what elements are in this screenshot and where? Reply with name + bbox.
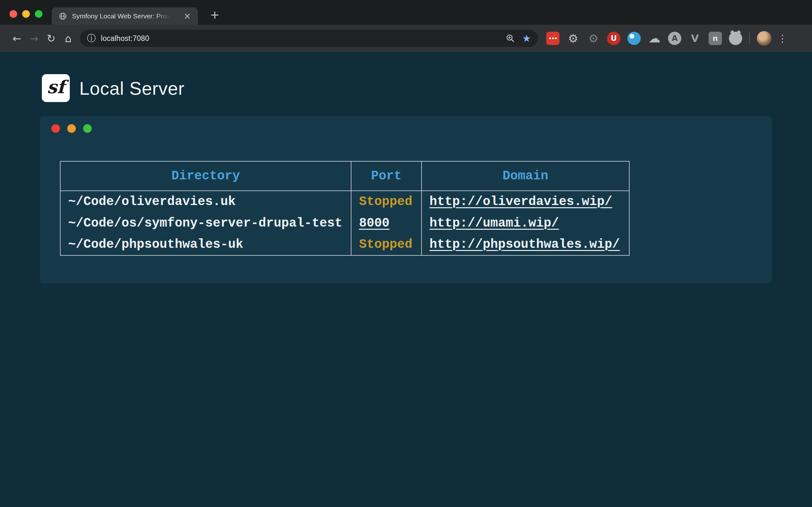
letter-v-extension-icon[interactable]: V <box>688 32 702 45</box>
back-button[interactable]: ← <box>8 30 26 47</box>
domain-link[interactable]: http://phpsouthwales.wip/ <box>429 237 620 251</box>
dark-gear-extension-icon[interactable]: ⚙ <box>587 32 600 45</box>
server-panel: Directory Port Domain ~/Code/oliverdavie… <box>40 116 772 283</box>
panel-green-dot <box>83 124 92 133</box>
port-column-header: Port <box>351 161 421 191</box>
window-controls <box>9 10 43 18</box>
ublock-extension-icon[interactable]: U <box>607 32 620 45</box>
toolbar-separator <box>749 33 750 44</box>
gear-extension-icon[interactable]: ⚙ <box>566 32 580 45</box>
url-text[interactable]: localhost:7080 <box>101 34 149 43</box>
new-tab-button[interactable]: + <box>210 8 219 21</box>
table-header-row: Directory Port Domain <box>60 161 629 191</box>
letter-a-extension-icon[interactable]: A <box>668 32 681 45</box>
extensions-bar: ••• ⚙ ⚙ U ☁ A V n <box>546 32 742 45</box>
panel-window-dots <box>51 124 92 133</box>
forward-button[interactable]: → <box>26 30 43 47</box>
address-bar[interactable]: ⓘ localhost:7080 ★ <box>80 30 538 47</box>
browser-toolbar: ← → ↻ ⌂ ⓘ localhost:7080 ★ ••• ⚙ ⚙ U ☁ A… <box>0 25 812 52</box>
port-status: Stopped <box>359 194 412 209</box>
panel-red-dot <box>51 124 60 133</box>
directory-column-header: Directory <box>60 161 351 191</box>
domain-column-header: Domain <box>421 161 629 191</box>
symfony-logo-text: sf <box>47 76 65 100</box>
zoom-magnifier-icon[interactable] <box>506 34 515 43</box>
page-content: sf Local Server Directory Port Domain <box>0 52 812 507</box>
brand-header: sf Local Server <box>42 74 185 102</box>
port-status: Stopped <box>359 237 412 251</box>
window-minimize-button[interactable] <box>22 10 30 18</box>
servers-table: Directory Port Domain ~/Code/oliverdavie… <box>60 161 629 256</box>
home-button[interactable]: ⌂ <box>60 30 77 47</box>
github-extension-icon[interactable] <box>729 32 742 45</box>
table-row: ~/Code/oliverdavies.uk Stopped http://ol… <box>60 191 629 212</box>
window-close-button[interactable] <box>9 10 17 18</box>
symfony-logo: sf <box>42 74 70 102</box>
cloud-extension-icon[interactable]: ☁ <box>648 32 661 45</box>
directory-cell: ~/Code/os/symfony-server-drupal-test <box>60 212 351 234</box>
bookmark-star-icon[interactable]: ★ <box>522 33 531 44</box>
tab-title: Symfony Local Web Server: Prox <box>72 12 170 20</box>
profile-avatar[interactable] <box>757 31 771 46</box>
directory-cell: ~/Code/oliverdavies.uk <box>60 191 351 212</box>
globe-favicon-icon <box>59 12 67 20</box>
port-link[interactable]: 8000 <box>359 216 390 230</box>
tab-close-icon[interactable]: × <box>184 12 191 20</box>
window-zoom-button[interactable] <box>35 10 43 18</box>
directory-cell: ~/Code/phpsouthwales-uk <box>60 234 351 256</box>
letter-n-extension-icon[interactable]: n <box>709 32 722 45</box>
domain-link[interactable]: http://umami.wip/ <box>429 216 559 230</box>
table-row: ~/Code/os/symfony-server-drupal-test 800… <box>60 212 629 234</box>
dots-extension-icon[interactable]: ••• <box>546 32 560 45</box>
tab-strip: Symfony Local Web Server: Prox × + <box>0 0 812 25</box>
browser-tab[interactable]: Symfony Local Web Server: Prox × <box>52 7 198 25</box>
domain-link[interactable]: http://oliverdavies.wip/ <box>429 194 612 209</box>
compass-extension-icon[interactable] <box>627 32 641 45</box>
reload-button[interactable]: ↻ <box>43 30 60 47</box>
table-row: ~/Code/phpsouthwales-uk Stopped http://p… <box>60 234 629 256</box>
site-info-icon[interactable]: ⓘ <box>87 32 96 44</box>
browser-menu-icon[interactable]: ⋮ <box>778 33 787 44</box>
page-title: Local Server <box>79 78 185 99</box>
panel-orange-dot <box>67 124 76 133</box>
